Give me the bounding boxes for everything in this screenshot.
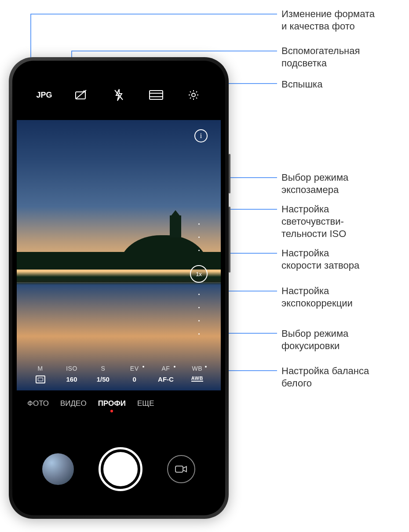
param-value: 0 [132, 375, 136, 383]
af-mode-control[interactable]: AF AF-C [153, 365, 179, 383]
param-value: 1/50 [97, 375, 110, 383]
format-jpg-button[interactable]: JPG [31, 91, 57, 100]
param-label: AF [162, 365, 170, 372]
callout-wb: Настройка баланса белого [281, 365, 369, 390]
svg-rect-15 [175, 466, 183, 472]
mode-video[interactable]: ВИДЕО [60, 399, 87, 408]
zoom-level-button[interactable]: 1x [190, 265, 208, 283]
video-toggle-button[interactable] [167, 455, 195, 483]
ev-control[interactable]: EV 0 [121, 365, 148, 383]
info-icon[interactable]: i [194, 129, 208, 142]
phone-frame: JPG [9, 57, 229, 519]
svg-point-14 [192, 93, 195, 97]
metering-icon [36, 375, 45, 383]
gallery-thumbnail[interactable] [42, 453, 74, 485]
param-value: 160 [66, 375, 77, 383]
mode-selector[interactable]: ФОТО ВИДЕО ПРОФИ ЕЩЕ [17, 399, 221, 408]
callout-iso: Настройка светочувстви- тельности ISO [281, 203, 346, 240]
param-label: ISO [66, 365, 77, 372]
param-label: S [101, 365, 105, 372]
aux-light-icon[interactable] [68, 89, 95, 101]
camera-app-screen: JPG [17, 65, 221, 511]
awb-icon: AWB [191, 375, 203, 382]
callout-ev: Настройка экспокоррекции [281, 285, 353, 310]
param-label: WB [192, 365, 203, 372]
mode-pro[interactable]: ПРОФИ [98, 399, 126, 408]
param-value: AF-C [158, 375, 174, 383]
viewfinder[interactable]: M ISO 160 S 1/50 EV 0 [17, 120, 221, 390]
callout-shutter: Настройка скорости затвора [281, 247, 359, 272]
callout-light: Вспомогательная подсветка [281, 45, 360, 69]
settings-gear-icon[interactable] [180, 89, 207, 101]
aspect-ratio-icon[interactable] [143, 90, 169, 100]
param-label: M [38, 365, 43, 372]
iso-control[interactable]: ISO 160 [58, 365, 85, 383]
callout-metering: Выбор режима экспозамера [281, 171, 348, 196]
wb-control[interactable]: WB AWB [184, 365, 210, 383]
shutter-button[interactable] [99, 447, 142, 491]
svg-point-10 [85, 91, 86, 91]
callout-af: Выбор режима фокусировки [281, 328, 348, 352]
mode-photo[interactable]: ФОТО [27, 399, 49, 408]
callout-format: Изменение формата и качества фото [281, 8, 375, 33]
svg-rect-11 [150, 91, 163, 99]
phone-side-button [229, 154, 230, 193]
param-label: EV [130, 365, 139, 372]
mode-more[interactable]: ЕЩЕ [137, 399, 154, 408]
callout-flash: Вспышка [281, 78, 322, 91]
shutter-speed-control[interactable]: S 1/50 [90, 365, 116, 383]
phone-side-button [229, 207, 230, 273]
flash-off-icon[interactable] [106, 88, 132, 102]
metering-mode-control[interactable]: M [27, 365, 54, 383]
